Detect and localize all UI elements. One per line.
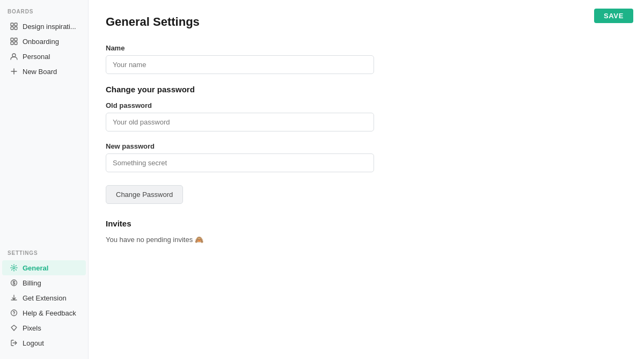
sidebar-item-label: General [23,264,48,272]
svg-rect-5 [14,38,17,41]
save-button[interactable]: SAVE [594,9,633,23]
board-icon [10,22,18,31]
invites-title: Invites [106,219,627,228]
logout-icon [10,339,18,347]
svg-point-8 [12,54,16,57]
sidebar-item-label: Personal [23,53,50,61]
board-icon [10,37,18,46]
svg-rect-4 [11,38,13,41]
svg-rect-0 [11,23,13,26]
sidebar-item-design-inspiration[interactable]: Design inspirati... [2,19,86,34]
sidebar-item-billing[interactable]: Billing [2,275,86,290]
settings-section-label: SETTINGS [0,250,88,260]
svg-rect-2 [11,27,13,30]
person-icon [10,52,18,61]
download-icon [10,294,18,302]
sidebar-item-label: Onboarding [23,38,59,46]
change-password-button[interactable]: Change Password [106,185,183,204]
change-password-title: Change your password [106,85,627,94]
change-password-section: Change your password Old password New pa… [106,85,627,204]
diamond-icon [10,324,18,332]
boards-section-label: BOARDS [0,9,88,19]
svg-rect-3 [14,27,17,30]
sidebar-item-label: Logout [23,339,44,347]
name-field-group: Name [106,44,627,74]
svg-point-11 [11,310,17,316]
sidebar-item-label: Billing [23,279,41,287]
sidebar-item-general[interactable]: General [2,260,86,275]
svg-rect-7 [14,42,17,45]
sidebar-item-label: Get Extension [23,294,67,302]
sidebar-item-onboarding[interactable]: Onboarding [2,34,86,49]
sidebar: BOARDS Design inspirati... Onboarding [0,0,89,359]
svg-rect-1 [14,23,17,26]
svg-rect-6 [11,42,13,45]
sidebar-item-pixels[interactable]: Pixels [2,320,86,335]
sidebar-item-label: Design inspirati... [23,23,76,31]
name-input[interactable] [106,55,374,74]
new-password-input[interactable] [106,153,374,172]
new-board-label: New Board [23,68,57,76]
sidebar-item-label: Pixels [23,324,41,332]
plus-icon [10,67,18,76]
old-password-field-group: Old password [106,101,627,131]
new-password-field-group: New password [106,142,627,172]
sidebar-item-personal[interactable]: Personal [2,49,86,64]
help-icon [10,309,18,317]
old-password-label: Old password [106,101,627,109]
invites-section: Invites You have no pending invites 🙈 [106,219,627,244]
main-content: SAVE General Settings Name Change your p… [89,0,644,359]
old-password-input[interactable] [106,113,374,131]
invites-message: You have no pending invites 🙈 [106,236,627,244]
sidebar-item-logout[interactable]: Logout [2,335,86,350]
sidebar-item-label: Help & Feedback [23,309,76,317]
billing-icon [10,279,18,287]
page-title: General Settings [106,15,627,29]
name-label: Name [106,44,627,52]
sidebar-item-new-board[interactable]: New Board [2,64,86,79]
new-password-label: New password [106,142,627,150]
gear-icon [10,263,18,272]
svg-point-12 [13,314,14,314]
sidebar-item-get-extension[interactable]: Get Extension [2,290,86,305]
svg-point-9 [13,267,15,269]
sidebar-item-help-feedback[interactable]: Help & Feedback [2,305,86,320]
